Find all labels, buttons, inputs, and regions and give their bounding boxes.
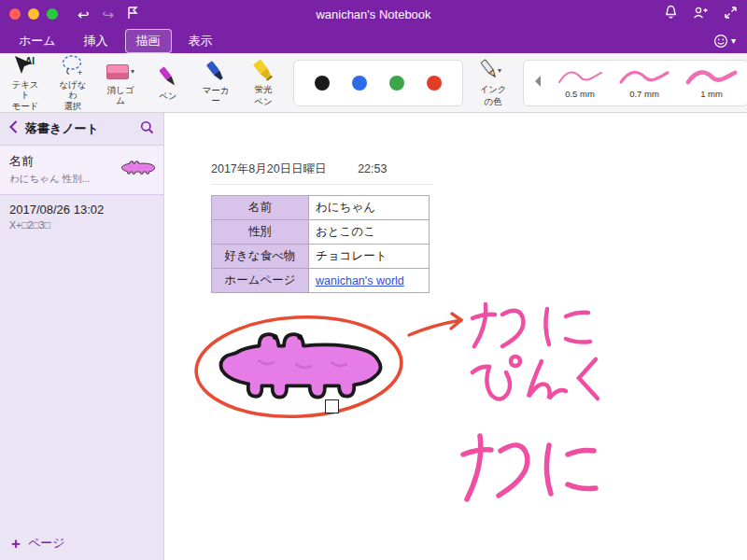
page-thumbnail-crocodile <box>120 154 158 180</box>
stroke-width-option-1[interactable]: 1 mm <box>684 67 739 99</box>
eraser-icon <box>106 64 129 79</box>
table-row: ホームページ wanichan's world <box>212 269 430 293</box>
chevron-down-icon[interactable]: ▾ <box>131 67 134 76</box>
page-sidebar: 落書きノート 名前 わにちゃん 性別... 2017/08/26 13:02 X… <box>0 113 164 560</box>
notebook-title[interactable]: 落書きノート <box>25 120 133 137</box>
svg-text:AI: AI <box>25 56 35 66</box>
scroll-left-icon[interactable] <box>533 75 543 91</box>
color-swatch-green[interactable] <box>389 76 404 91</box>
table-row: 好きな食べ物 チョコレート <box>212 245 430 269</box>
crocodile-ink-drawing[interactable] <box>190 300 499 440</box>
chevron-down-icon: ▾ <box>731 35 736 46</box>
pen-icon <box>155 63 181 91</box>
plus-icon: + <box>11 536 21 552</box>
handwriting-word-wani-2[interactable] <box>452 427 601 511</box>
search-icon[interactable] <box>140 120 154 138</box>
table-row: 名前 わにちゃん <box>212 196 430 220</box>
stroke-width-picker: 0.5 mm 0.7 mm 1 mm <box>523 60 747 106</box>
highlighter-button[interactable]: 蛍光 ペン <box>246 58 281 107</box>
text-cursor-icon: AI <box>13 53 37 78</box>
page-list-item[interactable]: 2017/08/26 13:02 X+□2□3□ <box>0 195 163 239</box>
window-controls <box>9 8 58 20</box>
ink-color-button[interactable]: ▾ インク の色 <box>475 58 511 107</box>
ribbon-tabbar: ホーム 挿入 描画 表示 ▾ <box>0 28 747 53</box>
tab-view[interactable]: 表示 <box>177 29 224 53</box>
color-swatch-black[interactable] <box>315 76 330 91</box>
tab-insert[interactable]: 挿入 <box>73 29 120 53</box>
page-list-item-selected[interactable]: 名前 わにちゃん 性別... <box>0 145 163 195</box>
note-canvas[interactable]: 2017年8月20日日曜日 22:53 名前 わにちゃん 性別 おとこのこ 好き… <box>164 113 747 560</box>
marker-icon <box>203 58 229 86</box>
minimize-button[interactable] <box>28 8 39 20</box>
tab-draw[interactable]: 描画 <box>125 29 172 53</box>
eraser-button[interactable]: ▾ 消しゴム <box>103 59 138 106</box>
page-date-time: 2017年8月20日日曜日 22:53 <box>211 161 433 185</box>
lasso-icon: + <box>60 53 86 78</box>
close-button[interactable] <box>9 8 21 20</box>
pen-button[interactable]: ペン <box>150 64 186 102</box>
handwriting-word-pinku[interactable] <box>469 352 627 419</box>
tab-home[interactable]: ホーム <box>7 29 67 53</box>
ink-color-swatches <box>293 60 463 106</box>
profile-table[interactable]: 名前 わにちゃん 性別 おとこのこ 好きな食べ物 チョコレート ホームページ w… <box>211 195 430 293</box>
ribbon-draw: AI テキスト モード + なげなわ 選択 ▾ 消しゴム ペン マーカー 蛍 <box>0 53 747 113</box>
fullscreen-icon[interactable] <box>724 6 738 23</box>
stroke-width-option-07[interactable]: 0.7 mm <box>617 67 671 99</box>
marker-button[interactable]: マーカー <box>198 59 233 106</box>
share-add-person-icon[interactable] <box>693 6 709 23</box>
stroke-width-option-05[interactable]: 0.5 mm <box>556 67 604 99</box>
customize-toolbar-icon[interactable] <box>127 7 138 21</box>
page-list: 名前 わにちゃん 性別... 2017/08/26 13:02 X+□2□3□ <box>0 145 163 526</box>
zoom-button[interactable] <box>47 8 58 20</box>
add-page-button[interactable]: + ページ <box>0 526 163 560</box>
titlebar: ↩ ↪ wanichan's Notebook <box>0 0 747 28</box>
table-row: 性別 おとこのこ <box>212 220 430 245</box>
color-swatch-blue[interactable] <box>352 76 367 91</box>
redo-icon[interactable]: ↪ <box>103 7 115 21</box>
back-chevron-icon[interactable] <box>9 120 18 137</box>
highlighter-icon <box>249 56 276 85</box>
homepage-link[interactable]: wanichan's world <box>316 274 404 287</box>
resize-handle[interactable] <box>325 399 339 413</box>
undo-icon[interactable]: ↩ <box>78 7 90 21</box>
page-date: 2017年8月20日日曜日 <box>211 162 327 175</box>
handwriting-word-wani-1[interactable] <box>461 298 611 356</box>
feedback-smiley-button[interactable]: ▾ <box>713 34 740 49</box>
svg-text:+: + <box>78 68 82 77</box>
notifications-bell-icon[interactable] <box>664 5 678 23</box>
text-mode-button[interactable]: AI テキスト モード <box>7 53 43 113</box>
color-swatch-red[interactable] <box>427 76 442 91</box>
lasso-select-button[interactable]: + なげなわ 選択 <box>55 53 91 113</box>
page-time: 22:53 <box>358 162 387 175</box>
